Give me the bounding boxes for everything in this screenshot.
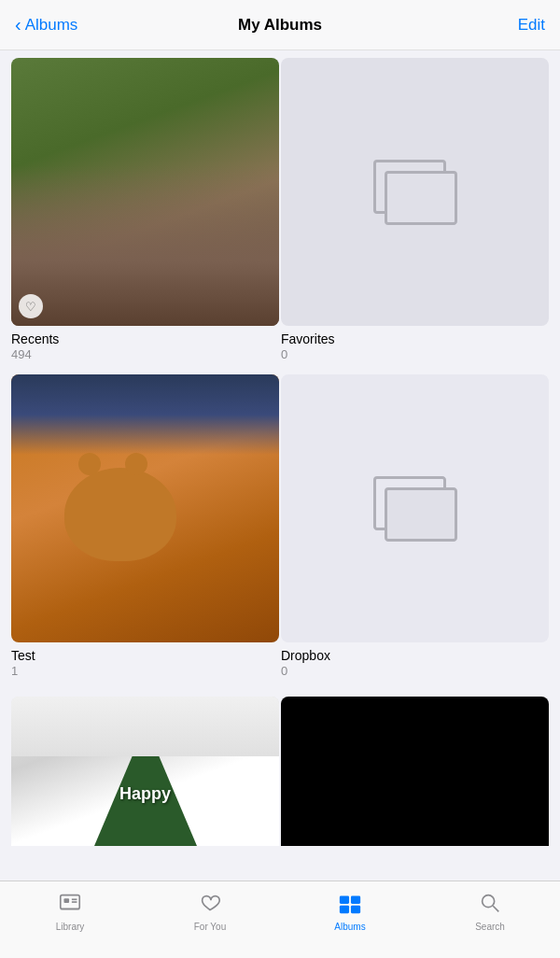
tab-albums-label: Albums	[334, 922, 365, 932]
album-recents[interactable]: ♡ Recents 494	[11, 58, 279, 373]
tab-search[interactable]: Search	[457, 891, 523, 932]
album-grid-bottom: Happy	[0, 697, 560, 863]
album-dropbox[interactable]: Dropbox 0	[281, 374, 549, 689]
album-count-favorites: 0	[281, 347, 549, 361]
svg-rect-7	[340, 906, 349, 913]
heart-badge: ♡	[19, 294, 43, 318]
tab-for-you-label: For You	[194, 922, 226, 932]
tab-library-label: Library	[56, 922, 85, 932]
album-test[interactable]: Test 1	[11, 374, 279, 689]
placeholder-stack	[373, 160, 457, 225]
album-count-dropbox: 0	[281, 664, 549, 678]
svg-rect-2	[64, 898, 70, 903]
back-button[interactable]: ‹ Albums	[15, 15, 77, 35]
album-thumb-test	[11, 374, 279, 642]
albums-icon	[338, 891, 362, 919]
album-thumb-black	[281, 697, 549, 846]
tab-for-you[interactable]: For You	[177, 891, 243, 932]
album-name-test: Test	[11, 648, 279, 663]
library-icon	[58, 891, 82, 919]
album-name-dropbox: Dropbox	[281, 648, 549, 663]
for-you-icon	[198, 891, 222, 919]
happy-text: Happy	[119, 784, 171, 804]
svg-line-10	[493, 906, 498, 911]
album-thumb-christmas: Happy	[11, 697, 279, 846]
svg-rect-6	[351, 896, 360, 904]
tab-search-label: Search	[475, 922, 505, 932]
album-thumb-recents: ♡	[11, 58, 279, 326]
album-black[interactable]	[281, 697, 549, 863]
album-thumb-dropbox	[281, 374, 549, 642]
cat-face	[64, 468, 176, 561]
dropbox-placeholder-stack	[373, 476, 457, 542]
album-thumb-favorites	[281, 58, 549, 326]
page-title: My Albums	[238, 16, 322, 35]
svg-rect-8	[351, 906, 360, 913]
tab-albums[interactable]: Albums	[317, 891, 383, 932]
back-label: Albums	[25, 16, 78, 35]
nav-bar: ‹ Albums My Albums Edit	[0, 0, 560, 50]
album-count-test: 1	[11, 664, 279, 678]
album-name-recents: Recents	[11, 331, 279, 346]
search-icon	[478, 891, 502, 919]
svg-point-9	[483, 895, 495, 908]
album-name-favorites: Favorites	[281, 331, 549, 346]
stack-front	[385, 171, 457, 225]
edit-button[interactable]: Edit	[518, 16, 545, 35]
tab-library[interactable]: Library	[37, 891, 103, 932]
chevron-left-icon: ‹	[15, 14, 21, 35]
album-christmas[interactable]: Happy	[11, 697, 279, 863]
album-count-recents: 494	[11, 347, 279, 361]
album-favorites[interactable]: Favorites 0	[281, 58, 549, 373]
svg-rect-5	[340, 896, 349, 904]
tab-bar: Library For You Albums	[0, 881, 560, 958]
dropbox-stack-front	[385, 487, 457, 542]
album-grid: ♡ Recents 494 Favorites 0 Test 1	[0, 50, 560, 697]
